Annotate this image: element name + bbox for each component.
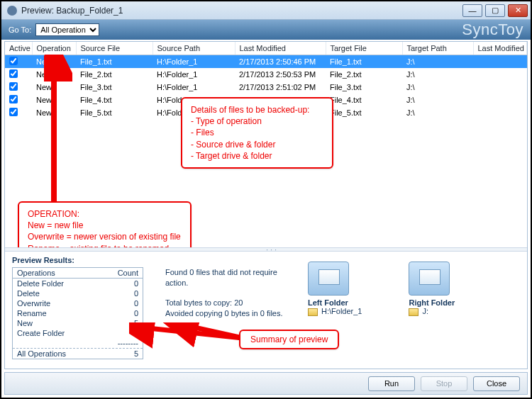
cell-target-file: File_3.txt xyxy=(326,81,402,94)
ops-header-label: Operations xyxy=(17,269,110,277)
col-source-path[interactable]: Source Path xyxy=(153,42,235,55)
col-target-path[interactable]: Target Path xyxy=(402,42,473,55)
app-icon xyxy=(7,6,17,16)
callout-operation: OPERATION: New = new file Overwrite = ne… xyxy=(18,201,192,247)
col-last-modified[interactable]: Last Modified xyxy=(235,42,326,55)
stop-button[interactable]: Stop xyxy=(421,376,467,391)
cell-source-file: File_3.txt xyxy=(76,81,153,94)
cell-target-path: J:\ xyxy=(402,94,473,106)
summary-line-1: Found 0 files that did not require actio… xyxy=(165,267,297,289)
operations-table-wrap: Active Operation Source File Source Path… xyxy=(5,42,527,247)
folder-icon xyxy=(308,262,349,296)
run-button[interactable]: Run xyxy=(368,376,415,391)
table-row[interactable]: NewFile_3.txtH:\Folder_12/17/2013 2:51:0… xyxy=(5,81,527,94)
cell-source-path: H:\Folder_1 xyxy=(153,81,235,94)
active-checkbox[interactable] xyxy=(9,82,18,91)
cell-target-file: File_5.txt xyxy=(326,106,402,119)
preview-results: Preview Results: Operations Count Delete… xyxy=(5,252,527,369)
cell-target-path: J:\ xyxy=(402,68,473,81)
ops-row: Rename0 xyxy=(13,308,143,318)
left-folder-block: Left Folder H:\Folder_1 xyxy=(308,262,362,366)
ops-row: Overwrite0 xyxy=(13,298,143,308)
left-folder-label: Left Folder xyxy=(308,298,362,307)
col-operation[interactable]: Operation xyxy=(32,42,76,55)
col-last-modified-2[interactable]: Last Modified xyxy=(473,42,527,55)
cell-last-modified: 2/17/2013 2:50:46 PM xyxy=(235,55,326,69)
app-window: Preview: Backup_Folder_1 — ▢ ✕ Go To: Al… xyxy=(0,0,532,399)
cell-target-path: J:\ xyxy=(402,81,473,94)
cell-source-file: File_1.txt xyxy=(76,55,153,69)
cell-target-path: J:\ xyxy=(402,106,473,119)
table-header-row[interactable]: Active Operation Source File Source Path… xyxy=(5,42,527,55)
folder-icon xyxy=(409,262,450,296)
ops-header-count: Count xyxy=(110,269,138,277)
ops-row: Create Folder0 xyxy=(13,328,143,338)
small-folder-icon xyxy=(409,308,419,316)
col-target-file[interactable]: Target File xyxy=(326,42,402,55)
cell-last-modified: 2/17/2013 2:50:53 PM xyxy=(235,68,326,81)
ops-total-label: All Operations xyxy=(17,349,110,358)
active-checkbox[interactable] xyxy=(9,108,18,116)
arrow-summary-icon xyxy=(129,322,250,351)
operations-summary-box: Operations Count Delete Folder0Delete0Ov… xyxy=(12,267,143,359)
active-checkbox[interactable] xyxy=(9,95,18,103)
results-heading: Preview Results: xyxy=(12,256,154,264)
ops-row: Delete Folder0 xyxy=(13,279,143,288)
ops-row: Delete0 xyxy=(13,288,143,298)
active-checkbox[interactable] xyxy=(9,57,18,65)
right-folder-path: J: xyxy=(422,307,428,315)
close-button[interactable]: ✕ xyxy=(508,4,528,17)
ops-row: New5 xyxy=(13,318,143,328)
cell-source-path: H:\Folder_1 xyxy=(153,55,235,69)
left-folder-path: H:\Folder_1 xyxy=(321,307,362,315)
window-controls: — ▢ ✕ xyxy=(462,4,528,17)
cell-source-path: H:\Folder_1 xyxy=(153,68,235,81)
cell-target-file: File_4.txt xyxy=(326,94,402,106)
summary-line-2: Total bytes to copy: 20 xyxy=(165,298,297,308)
minimize-button[interactable]: — xyxy=(462,4,482,17)
cell-source-file: File_5.txt xyxy=(76,106,153,119)
goto-select[interactable]: All Operations xyxy=(35,23,99,36)
maximize-button[interactable]: ▢ xyxy=(485,4,505,17)
summary-line-3: Avoided copying 0 bytes in 0 files. xyxy=(165,308,297,319)
col-source-file[interactable]: Source File xyxy=(76,42,153,55)
cell-target-path: J:\ xyxy=(402,55,473,69)
main-panel: Active Operation Source File Source Path… xyxy=(4,41,528,369)
cell-source-file: File_2.txt xyxy=(76,68,153,81)
close-button-bottom[interactable]: Close xyxy=(473,376,520,391)
cell-target-file: File_2.txt xyxy=(326,68,402,81)
callout-details: Details of files to be backed-up: - Type… xyxy=(181,97,333,169)
callout-summary: Summary of preview xyxy=(239,330,339,349)
goto-label: Go To: xyxy=(9,26,31,34)
active-checkbox[interactable] xyxy=(9,69,18,78)
toolbar: Go To: All Operations SyncToy xyxy=(1,20,531,40)
table-row[interactable]: NewFile_2.txtH:\Folder_12/17/2013 2:50:5… xyxy=(5,68,527,81)
table-row[interactable]: NewFile_1.txtH:\Folder_12/17/2013 2:50:4… xyxy=(5,55,527,69)
right-folder-label: Right Folder xyxy=(409,298,455,307)
small-folder-icon xyxy=(308,308,318,316)
col-active[interactable]: Active xyxy=(5,42,32,55)
cell-source-file: File_4.txt xyxy=(76,94,153,106)
cell-last-modified: 2/17/2013 2:51:02 PM xyxy=(235,81,326,94)
brand-logo: SyncToy xyxy=(462,21,523,39)
bottom-toolbar: Run Stop Close xyxy=(4,372,528,395)
right-folder-block: Right Folder J: xyxy=(409,262,455,366)
window-title: Preview: Backup_Folder_1 xyxy=(21,6,462,16)
titlebar[interactable]: Preview: Backup_Folder_1 — ▢ ✕ xyxy=(1,1,531,20)
cell-target-file: File_1.txt xyxy=(326,55,402,69)
